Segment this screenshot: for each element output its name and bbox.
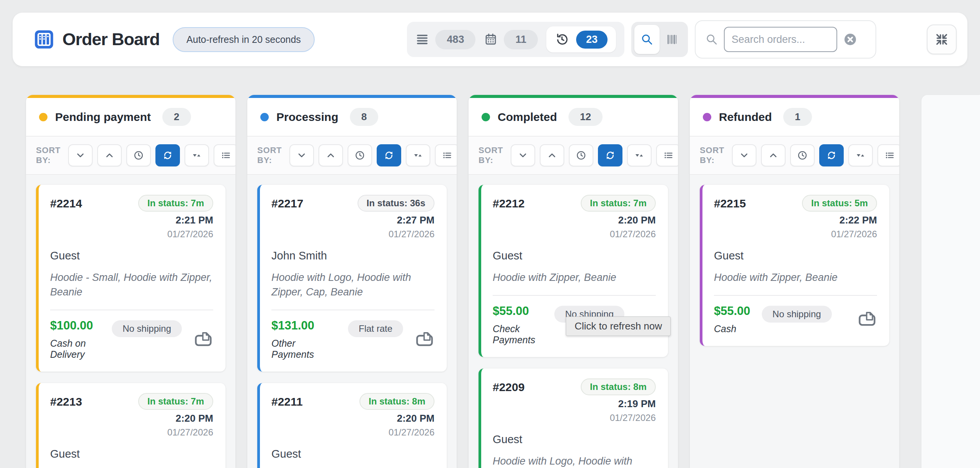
order-note-icon[interactable] — [415, 329, 434, 349]
sort-priority-button[interactable] — [406, 144, 430, 166]
order-number: #2209 — [493, 378, 524, 394]
card-meta: In status: 7m 2:20 PM 01/27/2026 — [138, 393, 213, 438]
sort-ascending-button[interactable] — [761, 144, 786, 166]
sort-by-time-button[interactable] — [126, 144, 151, 166]
card-meta: In status: 5m 2:22 PM 01/27/2026 — [802, 195, 877, 240]
payment-method: Cash — [714, 323, 750, 334]
card-divider — [714, 295, 877, 296]
view-list-button[interactable] — [877, 144, 899, 166]
order-card[interactable]: #2217 In status: 36s 2:27 PM 01/27/2026 … — [257, 185, 447, 372]
search-mode-button[interactable] — [634, 25, 660, 54]
order-card[interactable]: #2215 In status: 5m 2:22 PM 01/27/2026 G… — [700, 185, 889, 346]
auto-refresh-pill[interactable]: Auto-refresh in 20 seconds — [173, 27, 315, 52]
card-header-row: #2211 In status: 8m 2:20 PM 01/27/2026 — [271, 393, 434, 438]
column-title: Refunded — [719, 111, 772, 124]
auto-refresh-toggle-button[interactable] — [819, 144, 844, 166]
collapse-board-button[interactable] — [927, 24, 957, 54]
chevron-down-icon — [75, 150, 86, 161]
column-title: Completed — [498, 111, 557, 124]
sort-ascending-button[interactable] — [97, 144, 122, 166]
order-card[interactable]: #2211 In status: 8m 2:20 PM 01/27/2026 G… — [257, 383, 447, 468]
clear-search-icon[interactable] — [843, 33, 857, 46]
shipping-badge: No shipping — [112, 320, 182, 337]
order-number: #2215 — [714, 195, 746, 210]
chevron-up-icon — [547, 150, 557, 161]
chevron-up-icon — [325, 150, 336, 161]
board-column: Processing 8 SORT BY: — [247, 95, 457, 468]
sort-ascending-button[interactable] — [318, 144, 343, 166]
today-orders-stat: 11 — [484, 30, 538, 49]
auto-refresh-toggle-button[interactable] — [155, 144, 180, 166]
search-input[interactable] — [724, 27, 837, 52]
status-dot-icon — [482, 113, 490, 121]
status-badge: In status: 7m — [138, 195, 213, 212]
column-color-bar — [469, 95, 678, 98]
card-header-row: #2209 In status: 8m 2:19 PM 01/27/2026 — [493, 378, 656, 423]
card-meta: In status: 7m 2:21 PM 01/27/2026 — [138, 195, 213, 240]
sort-bar: SORT BY: — [469, 136, 678, 175]
collapse-icon — [934, 32, 949, 47]
payment-method: Other Payments — [271, 338, 336, 360]
sort-descending-button[interactable] — [68, 144, 93, 166]
sort-descending-button[interactable] — [511, 144, 535, 166]
sort-priority-button[interactable] — [848, 144, 873, 166]
order-total: $55.00 — [714, 304, 750, 318]
sort-descending-button[interactable] — [732, 144, 756, 166]
sort-by-time-button[interactable] — [348, 144, 372, 166]
sort-by-label: SORT BY: — [36, 145, 60, 165]
order-date: 01/27/2026 — [167, 427, 213, 438]
order-items: Hoodie with Logo, Hoodie with Zipper, Ca… — [271, 271, 434, 300]
customer-name: Guest — [271, 448, 434, 460]
sort-by-label: SORT BY: — [700, 145, 724, 165]
column-title: Processing — [276, 111, 338, 124]
sort-buttons — [732, 144, 899, 166]
search-icon — [706, 33, 718, 46]
sort-bar: SORT BY: — [247, 136, 457, 175]
table-rows-icon — [415, 33, 429, 46]
card-footer-row: $55.00 Cash No shipping — [714, 304, 877, 334]
chevron-up-icon — [104, 150, 115, 161]
column-count-badge: 1 — [783, 108, 812, 126]
card-meta: In status: 8m 2:19 PM 01/27/2026 — [581, 378, 656, 423]
order-items: Hoodie - Small, Hoodie with Zipper, Bean… — [50, 271, 213, 300]
order-card[interactable]: #2213 In status: 7m 2:20 PM 01/27/2026 G… — [36, 383, 225, 468]
auto-refresh-toggle-button[interactable] — [598, 144, 622, 166]
view-list-button[interactable] — [435, 144, 457, 166]
sort-descending-button[interactable] — [289, 144, 314, 166]
sort-by-time-button[interactable] — [569, 144, 593, 166]
board-column: Pending payment 2 SORT BY: — [26, 95, 235, 468]
order-card[interactable]: #2209 In status: 8m 2:19 PM 01/27/2026 G… — [479, 369, 668, 468]
order-time: 2:20 PM — [618, 214, 656, 226]
refresh-icon — [384, 150, 394, 161]
today-orders-badge: 11 — [504, 30, 538, 49]
auto-refresh-toggle-button[interactable] — [377, 144, 401, 166]
sort-priority-button[interactable] — [185, 144, 209, 166]
view-list-button[interactable] — [656, 144, 678, 166]
order-time: 2:21 PM — [176, 214, 213, 226]
order-time: 2:19 PM — [618, 398, 656, 410]
card-header-row: #2217 In status: 36s 2:27 PM 01/27/2026 — [271, 195, 434, 240]
card-divider — [493, 295, 656, 296]
order-note-icon[interactable] — [857, 309, 877, 329]
sort-ascending-button[interactable] — [540, 144, 564, 166]
list-icon — [442, 150, 452, 161]
sort-priority-button[interactable] — [627, 144, 652, 166]
order-total: $131.00 — [271, 319, 336, 333]
view-list-button[interactable] — [214, 144, 235, 166]
order-note-icon[interactable] — [193, 329, 213, 349]
barcode-mode-button[interactable] — [660, 25, 685, 54]
order-number: #2213 — [50, 393, 82, 408]
refresh-countdown-pill[interactable]: 23 — [546, 26, 616, 52]
customer-name: Guest — [50, 249, 213, 262]
app-header: Order Board Auto-refresh in 20 seconds 4… — [13, 13, 967, 66]
payment-method: Cash on Delivery — [50, 338, 100, 360]
card-meta: In status: 7m 2:20 PM 01/27/2026 — [581, 195, 656, 240]
order-number: #2217 — [271, 195, 303, 210]
order-date: 01/27/2026 — [610, 413, 656, 423]
sort-by-time-button[interactable] — [790, 144, 815, 166]
chevron-down-icon — [296, 150, 307, 161]
column-header: Pending payment 2 — [26, 98, 235, 136]
sort-buttons — [289, 144, 457, 166]
order-card[interactable]: #2214 In status: 7m 2:21 PM 01/27/2026 G… — [36, 185, 225, 372]
order-time: 2:20 PM — [397, 413, 434, 424]
